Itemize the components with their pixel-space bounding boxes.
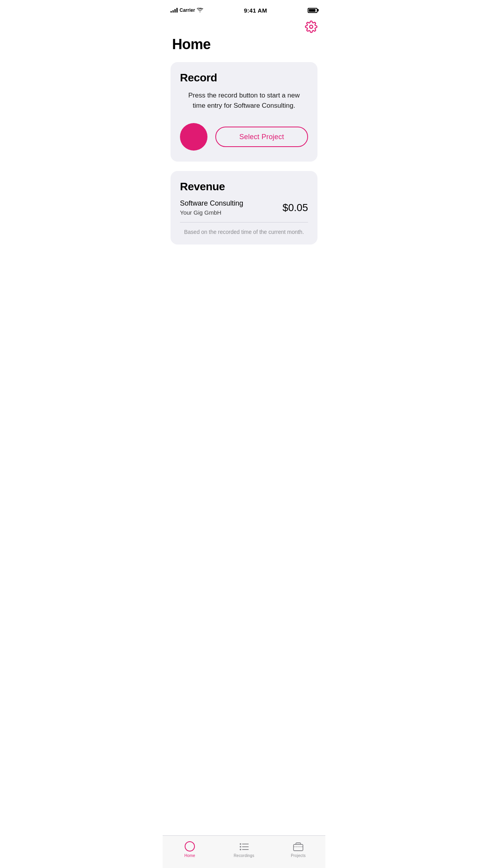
- gear-container: [163, 17, 325, 35]
- page-title: Home: [163, 35, 325, 62]
- revenue-amount: $0.05: [283, 202, 308, 214]
- revenue-card-title: Revenue: [180, 180, 308, 193]
- record-button[interactable]: [180, 123, 207, 151]
- signal-bar-4: [176, 8, 178, 13]
- battery-fill: [309, 9, 316, 12]
- revenue-note: Based on the recorded time of the curren…: [180, 229, 308, 235]
- record-card-title: Record: [180, 72, 308, 84]
- time-display: 9:41 AM: [244, 7, 267, 14]
- battery-icon: [308, 8, 317, 13]
- record-card: Record Press the record button to start …: [171, 62, 317, 162]
- revenue-company-name: Your Gig GmbH: [180, 209, 243, 216]
- select-project-button[interactable]: Select Project: [215, 127, 308, 147]
- signal-bar-3: [174, 9, 176, 13]
- status-left: Carrier: [171, 7, 203, 13]
- signal-bars-icon: [171, 8, 178, 13]
- record-actions: Select Project: [180, 121, 308, 152]
- signal-bar-2: [172, 10, 174, 13]
- revenue-row: Software Consulting Your Gig GmbH $0.05: [180, 199, 308, 216]
- revenue-project-info: Software Consulting Your Gig GmbH: [180, 199, 243, 216]
- status-right: [308, 8, 317, 13]
- status-bar: Carrier 9:41 AM: [163, 0, 325, 17]
- revenue-card: Revenue Software Consulting Your Gig Gmb…: [171, 171, 317, 245]
- record-card-description: Press the record button to start a new t…: [180, 90, 308, 110]
- revenue-divider: [180, 222, 308, 223]
- revenue-project-name: Software Consulting: [180, 199, 243, 208]
- gear-icon[interactable]: [305, 20, 317, 33]
- main-content: Home Record Press the record button to s…: [163, 17, 325, 289]
- signal-bar-1: [171, 11, 172, 13]
- carrier-label: Carrier: [180, 7, 195, 13]
- wifi-icon: [197, 8, 203, 13]
